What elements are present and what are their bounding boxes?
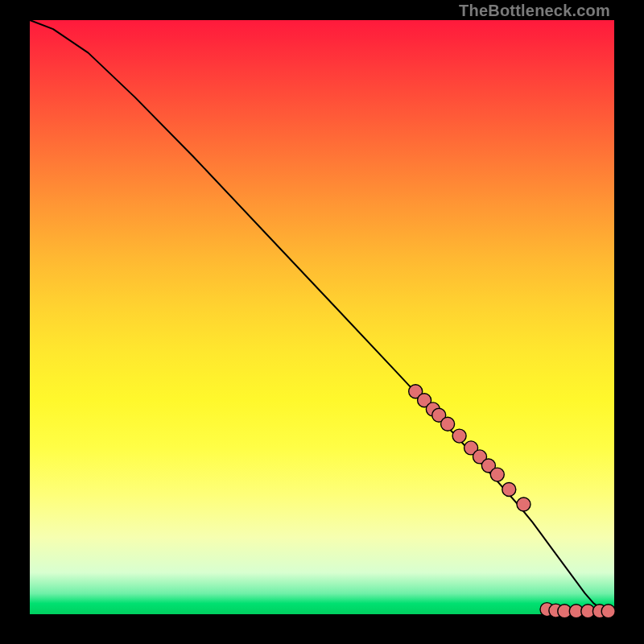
data-marker — [490, 468, 504, 481]
data-marker — [517, 497, 530, 511]
data-marker — [441, 417, 455, 431]
chart-svg — [30, 20, 614, 614]
watermark-text: TheBottleneck.com — [459, 2, 610, 20]
curve-path — [30, 20, 614, 612]
chart-stage: TheBottleneck.com — [0, 0, 644, 644]
data-marker — [452, 429, 466, 443]
plot-area — [30, 20, 614, 614]
data-marker — [502, 483, 516, 497]
data-marker — [601, 605, 615, 618]
marker-group — [409, 385, 616, 618]
